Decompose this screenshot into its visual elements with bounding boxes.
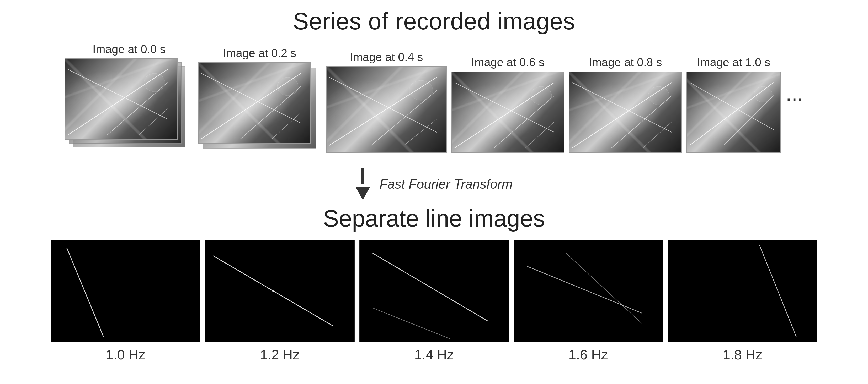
svg-line-39 — [67, 248, 103, 337]
svg-line-37 — [724, 96, 774, 145]
svg-line-18 — [272, 113, 301, 139]
image-item-3: Image at 0.6 s — [452, 56, 564, 153]
image-label-4: Image at 0.8 s — [589, 56, 662, 69]
freq-label-2: 1.4 Hz — [414, 347, 454, 362]
image-item-4: Image at 0.8 s — [569, 56, 682, 153]
svg-point-29 — [531, 86, 552, 105]
bottom-section-title: Separate line images — [323, 205, 545, 232]
transform-label: Fast Fourier Transform — [379, 177, 513, 192]
arrow-shaft — [361, 168, 364, 184]
image-label-0: Image at 0.0 s — [93, 43, 166, 56]
images-inner-row: Image at 0.0 s — [65, 43, 803, 153]
image-item-2: Image at 0.4 s — [326, 50, 447, 153]
ellipsis: ... — [786, 83, 803, 112]
line-image-item-2: 1.4 Hz — [360, 240, 509, 362]
svg-point-38 — [754, 86, 772, 102]
image-label-3: Image at 0.6 s — [471, 56, 545, 69]
svg-line-43 — [372, 308, 451, 339]
camera-img-2 — [326, 66, 447, 153]
freq-label-4: 1.8 Hz — [723, 347, 762, 362]
transform-arrow-container: Fast Fourier Transform — [355, 168, 513, 200]
top-section-title: Series of recorded images — [293, 8, 575, 35]
svg-point-34 — [648, 86, 669, 105]
camera-img-4 — [569, 71, 682, 153]
svg-point-24 — [409, 80, 433, 100]
freq-label-3: 1.6 Hz — [568, 347, 608, 362]
svg-line-46 — [760, 245, 796, 337]
svg-line-33 — [643, 122, 672, 148]
line-img-1 — [205, 240, 355, 342]
image-label-1: Image at 0.2 s — [223, 47, 297, 60]
svg-line-44 — [527, 266, 642, 313]
line-image-item-3: 1.6 Hz — [514, 240, 663, 362]
freq-label-0: 1.0 Hz — [106, 347, 145, 362]
stack-img-front — [65, 59, 178, 140]
image-item-0: Image at 0.0 s — [65, 43, 193, 153]
image-label-2: Image at 0.4 s — [350, 50, 423, 64]
stack-img-front-1 — [198, 62, 311, 144]
arrow-down — [355, 187, 370, 200]
recorded-images-row: Image at 0.0 s — [65, 43, 803, 153]
line-image-item-4: 1.8 Hz — [668, 240, 817, 362]
page-container: Series of recorded images Image at 0.0 s — [0, 0, 868, 384]
line-img-3 — [514, 240, 663, 342]
image-label-5: Image at 1.0 s — [697, 56, 770, 69]
svg-point-41 — [272, 290, 274, 292]
freq-label-1: 1.2 Hz — [260, 347, 299, 362]
camera-img-3 — [452, 71, 564, 153]
line-image-item-1: 1.2 Hz — [205, 240, 355, 362]
svg-point-19 — [277, 77, 298, 96]
line-image-item-0: 1.0 Hz — [51, 240, 200, 362]
camera-img-5 — [686, 71, 781, 153]
svg-line-11 — [139, 109, 167, 135]
svg-line-42 — [372, 253, 487, 321]
svg-line-28 — [525, 122, 554, 148]
line-img-2 — [360, 240, 509, 342]
svg-point-12 — [144, 73, 165, 92]
line-images-row: 1.0 Hz 1.2 Hz 1.4 Hz — [51, 240, 817, 362]
line-img-0 — [51, 240, 200, 342]
image-item-5: Image at 1.0 s — [686, 56, 781, 153]
svg-line-45 — [566, 253, 642, 324]
svg-line-23 — [404, 119, 437, 145]
line-img-4 — [668, 240, 817, 342]
arrow-full — [355, 168, 370, 200]
image-item-1: Image at 0.2 s — [198, 47, 321, 153]
